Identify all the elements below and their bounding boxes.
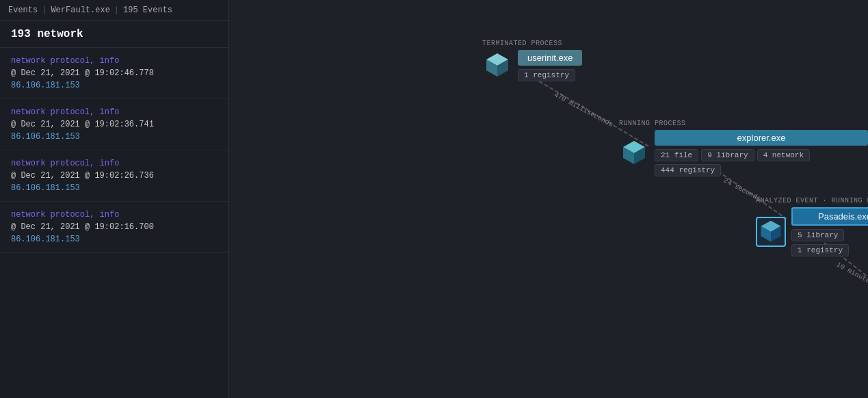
node-explorer-info: explorer.exe 21 file 9 library 4 network… — [655, 130, 868, 176]
process-btn-explorer[interactable]: explorer.exe — [655, 130, 868, 146]
tab-events-count[interactable]: 195 Events — [123, 5, 172, 15]
divider1: | — [42, 5, 47, 15]
edge-label-1: 470 milliseconds — [553, 91, 614, 129]
node-pasadeis-badges: 5 library 1 registry — [791, 229, 868, 256]
node-explorer-label: RUNNING PROCESS — [619, 120, 686, 127]
badge-explorer-2: 4 network — [757, 149, 810, 161]
edge-label-3: 10 minutes — [835, 261, 868, 287]
badge-explorer-1: 9 library — [701, 149, 754, 161]
event-date-1: @ Dec 21, 2021 @ 19:02:36.741 — [11, 120, 218, 129]
event-type-2: network protocol, info — [11, 159, 218, 168]
event-item-3[interactable]: network protocol, info @ Dec 21, 2021 @ … — [0, 202, 228, 253]
left-header: Events | WerFault.exe | 195 Events — [0, 0, 228, 21]
event-ip-0: 86.106.181.153 — [11, 81, 218, 90]
event-item-2[interactable]: network protocol, info @ Dec 21, 2021 @ … — [0, 150, 228, 202]
badge-pasadeis-0: 5 library — [791, 229, 844, 241]
event-type-3: network protocol, info — [11, 210, 218, 220]
node-pasadeis-info: Pasadeis.exe 5 library 1 registry — [791, 207, 868, 256]
node-userinit-info: userinit.exe 1 registry — [518, 50, 582, 81]
node-explorer-badges: 21 file 9 library 4 network 444 registry — [655, 149, 868, 176]
network-count: 193 network — [0, 21, 228, 48]
node-userinit-badges: 1 registry — [518, 69, 582, 81]
right-panel: 470 milliseconds 24 seconds 10 minutes T… — [229, 0, 868, 398]
event-item-0[interactable]: network protocol, info @ Dec 21, 2021 @ … — [0, 48, 228, 99]
tab-werfault[interactable]: WerFault.exe — [51, 5, 109, 15]
node-pasadeis-label: ANALYZED EVENT · RUNNING PROCESS — [756, 197, 868, 204]
event-ip-2: 86.106.181.153 — [11, 183, 218, 193]
graph-container: 470 milliseconds 24 seconds 10 minutes T… — [229, 0, 868, 398]
badge-userinit-0: 1 registry — [518, 69, 575, 81]
cube-icon-explorer — [619, 138, 649, 168]
process-btn-userinit[interactable]: userinit.exe — [518, 50, 582, 66]
tab-events[interactable]: Events — [8, 5, 38, 15]
badge-explorer-3: 444 registry — [655, 164, 721, 176]
badge-pasadeis-1: 1 registry — [791, 244, 849, 256]
event-date-3: @ Dec 21, 2021 @ 19:02:16.700 — [11, 222, 218, 232]
event-list: network protocol, info @ Dec 21, 2021 @ … — [0, 48, 228, 398]
cube-icon-userinit — [482, 51, 512, 81]
event-type-1: network protocol, info — [11, 107, 218, 117]
node-pasadeis: ANALYZED EVENT · RUNNING PROCESS Pasadei… — [756, 197, 868, 256]
event-date-0: @ Dec 21, 2021 @ 19:02:46.778 — [11, 68, 218, 78]
process-btn-pasadeis[interactable]: Pasadeis.exe — [791, 207, 868, 226]
event-type-0: network protocol, info — [11, 56, 218, 66]
event-item-1[interactable]: network protocol, info @ Dec 21, 2021 @ … — [0, 99, 228, 150]
left-panel: Events | WerFault.exe | 195 Events 193 n… — [0, 0, 229, 398]
node-userinit: TERMINATED PROCESS — [482, 40, 582, 81]
badge-explorer-0: 21 file — [655, 149, 698, 161]
event-ip-1: 86.106.181.153 — [11, 132, 218, 142]
node-userinit-label: TERMINATED PROCESS — [482, 40, 562, 47]
node-explorer: RUNNING PROCESS explorer.exe 21 file 9 l… — [619, 120, 868, 176]
cube-icon-pasadeis — [756, 217, 786, 247]
divider2: | — [114, 5, 119, 15]
event-ip-3: 86.106.181.153 — [11, 235, 218, 244]
event-date-2: @ Dec 21, 2021 @ 19:02:26.736 — [11, 171, 218, 181]
